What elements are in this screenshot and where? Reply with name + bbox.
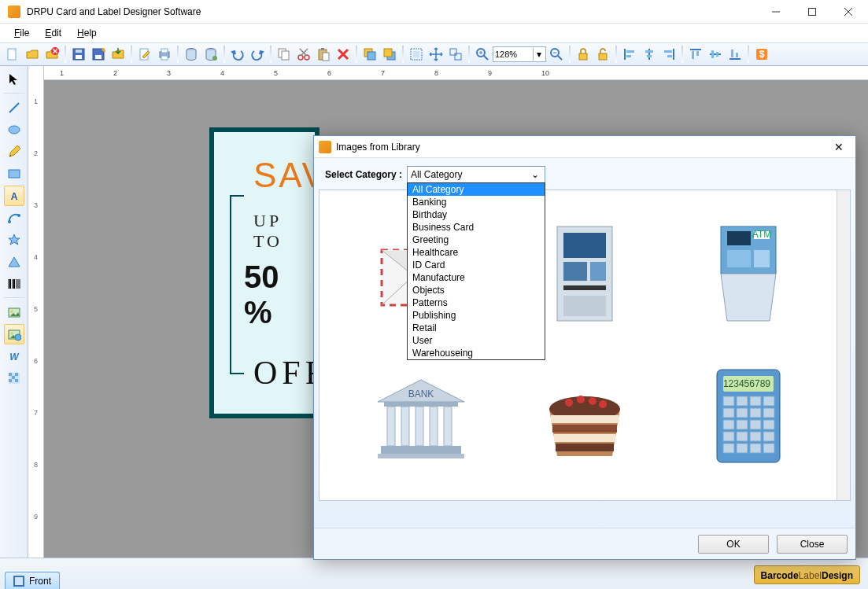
category-option[interactable]: Objects [408,284,545,296]
svg-rect-28 [323,53,329,61]
menu-edit[interactable]: Edit [39,26,68,40]
category-option[interactable]: ID Card [408,259,545,271]
tab-front[interactable]: Front [5,572,60,589]
save-icon[interactable] [69,45,88,64]
triangle-tool-icon[interactable] [4,252,24,272]
pencil-tool-icon[interactable] [4,142,24,162]
menu-help[interactable]: Help [71,26,103,40]
export-icon[interactable] [109,45,127,64]
align-top-icon[interactable] [686,45,705,64]
select-all-icon[interactable] [407,45,426,64]
category-option[interactable]: User [408,334,545,347]
svg-point-84 [10,333,13,335]
category-option[interactable]: Banking [408,196,545,208]
lock-icon[interactable] [574,45,593,64]
database-icon[interactable] [182,45,201,64]
print-icon[interactable] [155,45,174,64]
copy-icon[interactable] [275,45,294,64]
category-option[interactable]: Manufacture [408,271,545,284]
unlock-icon[interactable] [593,45,612,64]
svg-rect-36 [413,51,419,57]
undo-icon[interactable] [228,45,247,64]
library-tool-icon[interactable] [4,324,24,344]
close-file-icon[interactable] [42,45,61,64]
price-icon[interactable]: $ [752,45,771,64]
maximize-button[interactable] [794,0,830,24]
align-bottom-icon[interactable] [726,45,744,64]
align-center-v-icon[interactable] [706,45,725,64]
menu-file[interactable]: File [8,26,35,40]
category-option[interactable]: Birthday [408,208,545,221]
save-as-icon[interactable] [89,45,108,64]
wordart-tool-icon[interactable]: W [4,346,24,366]
move-icon[interactable] [427,45,445,64]
ellipse-tool-icon[interactable] [4,120,24,140]
send-back-icon[interactable] [380,45,399,64]
image-tool-icon[interactable] [4,302,24,322]
pattern-tool-icon[interactable] [4,368,24,388]
category-option[interactable]: Business Card [408,221,545,234]
align-left-icon[interactable] [620,45,639,64]
design-card[interactable]: SAV UP TO 50 % OFF [209,127,319,418]
resize-icon[interactable] [446,45,465,64]
minimize-button[interactable] [758,0,794,24]
chevron-down-icon[interactable]: ⌄ [529,168,541,181]
category-option[interactable]: All Category [408,183,545,196]
category-select[interactable]: All Category ⌄ [407,166,545,183]
close-button[interactable]: Close [777,535,848,554]
svg-point-85 [15,334,21,341]
category-dropdown[interactable]: All CategoryBankingBirthdayBusiness Card… [407,182,545,360]
star-tool-icon[interactable] [4,230,24,250]
library-thumb-calculator[interactable]: 123456789 [670,349,826,484]
dialog-close-icon[interactable]: ✕ [827,141,851,153]
pointer-tool-icon[interactable] [4,69,24,90]
line-tool-icon[interactable] [4,98,24,118]
redo-icon[interactable] [248,45,267,64]
edit-icon[interactable] [135,45,154,64]
align-center-h-icon[interactable] [640,45,659,64]
dialog-titlebar: Images from Library ✕ [314,136,855,158]
cut-icon[interactable] [294,45,313,64]
svg-text:A: A [10,191,17,202]
category-option[interactable]: Patterns [408,296,545,309]
paste-icon[interactable] [314,45,333,64]
zoom-in-icon[interactable] [473,45,492,64]
svg-text:$: $ [759,49,765,60]
arc-tool-icon[interactable] [4,208,24,228]
zoom-input[interactable]: ▾ [493,46,546,62]
category-option[interactable]: Publishing [408,309,545,322]
ok-button[interactable]: OK [698,535,769,554]
category-option[interactable]: Retail [408,322,545,334]
align-right-icon[interactable] [659,45,678,64]
library-thumb-atm-kiosk[interactable]: ATM [670,206,826,341]
svg-rect-21 [282,51,289,60]
bring-front-icon[interactable] [360,45,379,64]
close-button[interactable] [830,0,866,24]
svg-rect-88 [9,373,12,376]
grid-scrollbar[interactable] [837,190,850,500]
svg-point-19 [212,56,217,61]
chevron-down-icon[interactable]: ▾ [533,48,544,61]
svg-text:W: W [9,352,20,363]
svg-rect-89 [15,373,18,376]
svg-rect-46 [579,53,587,60]
text-tool-icon[interactable]: A [4,186,24,206]
new-icon[interactable] [3,45,22,64]
database-edit-icon[interactable] [201,45,220,64]
barcode-tool-icon[interactable] [4,274,24,294]
svg-rect-15 [161,49,168,53]
svg-rect-56 [667,55,672,57]
zoom-out-icon[interactable] [547,45,566,64]
rectangle-tool-icon[interactable] [4,164,24,184]
category-option[interactable]: Warehouseing [408,347,545,359]
delete-icon[interactable] [334,45,353,64]
library-thumb-cake[interactable] [507,349,663,484]
svg-rect-146 [763,444,774,453]
category-option[interactable]: Healthcare [408,246,545,259]
svg-rect-92 [15,379,18,382]
library-thumb-bank[interactable]: BANK [343,349,499,484]
svg-rect-105 [754,250,770,267]
open-icon[interactable] [23,45,42,64]
category-option[interactable]: Greeting [408,234,545,246]
svg-rect-64 [731,50,733,57]
